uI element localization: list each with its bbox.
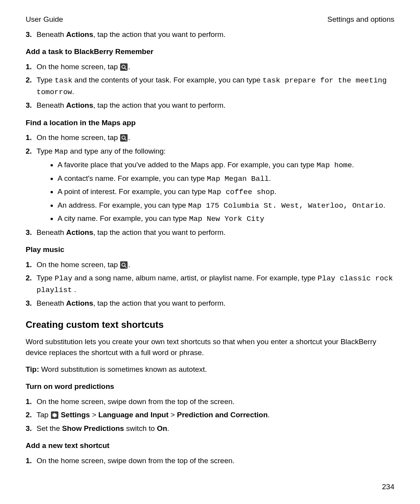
list-item: 3. Beneath Actions, tap the action that … xyxy=(26,29,394,40)
subheading-maps: Find a location in the Maps app xyxy=(26,117,394,129)
item-number: 3. xyxy=(26,29,32,40)
mono-text: Map home xyxy=(317,161,352,170)
mono-text: Map Megan Ball xyxy=(207,175,269,183)
item-number: 2. xyxy=(26,75,32,86)
text: . xyxy=(72,88,74,96)
text: On the home screen, swipe down from the … xyxy=(37,397,234,406)
list-word-predictions: 1. On the home screen, swipe down from t… xyxy=(26,396,394,434)
text: A city name. For example, you can type xyxy=(58,214,189,222)
text: Type xyxy=(37,147,54,155)
bold-text: Actions xyxy=(66,101,93,109)
item-number: 3. xyxy=(26,227,32,238)
page-number: 234 xyxy=(382,481,394,493)
svg-point-4 xyxy=(122,263,125,266)
text: switch to xyxy=(124,424,157,432)
bold-text: Language and Input xyxy=(98,411,169,419)
text: An address. For example, you can type xyxy=(58,201,188,209)
list-fragment-top: 3. Beneath Actions, tap the action that … xyxy=(26,29,394,40)
search-icon xyxy=(120,134,128,142)
tip: Tip: Word substitution is sometimes know… xyxy=(26,364,394,375)
text: , tap the action that you want to perfor… xyxy=(93,228,226,236)
mono-text: Map xyxy=(54,147,68,156)
text: On the home screen, tap xyxy=(37,63,120,71)
text: Beneath xyxy=(37,101,66,109)
list-item: 3. Beneath Actions, tap the action that … xyxy=(26,227,394,238)
list-item: 2. Type Play and a song name, album name… xyxy=(26,273,394,296)
text: . xyxy=(72,285,76,294)
list-item: 3. Beneath Actions, tap the action that … xyxy=(26,298,394,309)
list-item: 1. On the home screen, tap . xyxy=(26,132,394,144)
list-new-shortcut: 1. On the home screen, swipe down from t… xyxy=(26,455,394,467)
item-number: 1. xyxy=(26,132,32,144)
tip-label: Tip: xyxy=(26,365,39,373)
bold-text: On xyxy=(157,424,167,432)
text: Tap xyxy=(37,411,51,419)
svg-line-1 xyxy=(125,68,127,70)
svg-line-3 xyxy=(125,139,127,140)
bold-text: Actions xyxy=(66,299,93,307)
bold-text: Actions xyxy=(66,228,93,236)
list-item: An address. For example, you can type Ma… xyxy=(58,200,394,212)
text: On the home screen, tap xyxy=(37,133,120,142)
text: A favorite place that you've added to th… xyxy=(58,161,317,169)
mono-text: Map coffee shop xyxy=(208,188,275,196)
text: Type xyxy=(37,274,54,282)
bold-text: Show Predictions xyxy=(62,424,124,432)
text: On the home screen, tap xyxy=(37,261,120,269)
list-item: A city name. For example, you can type M… xyxy=(58,213,394,225)
mono-text: task xyxy=(54,76,72,85)
text: A contact's name. For example, you can t… xyxy=(58,174,207,182)
svg-line-5 xyxy=(125,266,127,268)
item-number: 1. xyxy=(26,259,32,271)
page-header: User Guide Settings and options xyxy=(26,14,394,25)
list-item: 2. Tap Settings > Language and Input > P… xyxy=(26,410,394,421)
bold-text: Settings xyxy=(59,411,90,419)
list-item: 3. Beneath Actions, tap the action that … xyxy=(26,100,394,111)
item-number: 2. xyxy=(26,273,32,284)
list-item: 2. Type task and the contents of your ta… xyxy=(26,75,394,98)
text: . xyxy=(269,174,271,182)
list-play-music: 1. On the home screen, tap . 2. Type Pla… xyxy=(26,259,394,309)
item-number: 3. xyxy=(26,298,32,309)
text: Beneath xyxy=(37,228,66,236)
list-add-task: 1. On the home screen, tap . 2. Type tas… xyxy=(26,61,394,111)
subheading-add-task: Add a task to BlackBerry Remember xyxy=(26,46,394,58)
subheading-play-music: Play music xyxy=(26,244,394,256)
list-item: 2. Type Map and type any of the followin… xyxy=(26,146,394,225)
text: . xyxy=(275,187,276,196)
list-item: 1. On the home screen, tap . xyxy=(26,259,394,271)
svg-point-0 xyxy=(122,65,125,68)
item-number: 2. xyxy=(26,146,32,157)
text: . xyxy=(352,161,354,169)
text: Set the xyxy=(37,424,62,432)
text: A point of interest. For example, you ca… xyxy=(58,187,208,196)
header-right: Settings and options xyxy=(327,14,394,25)
list-item: 1. On the home screen, swipe down from t… xyxy=(26,396,394,408)
gear-icon xyxy=(51,411,58,419)
item-number: 3. xyxy=(26,423,32,434)
bullets-maps: A favorite place that you've added to th… xyxy=(37,159,394,225)
item-number: 1. xyxy=(26,61,32,73)
subheading-new-shortcut: Add a new text shortcut xyxy=(26,440,394,452)
search-icon xyxy=(120,261,128,269)
text: and the contents of your task. For examp… xyxy=(72,76,262,84)
text: Beneath xyxy=(37,30,66,38)
item-number: 1. xyxy=(26,396,32,408)
item-number: 3. xyxy=(26,100,32,111)
text: . xyxy=(383,201,385,209)
text: > xyxy=(90,411,98,419)
search-icon xyxy=(120,63,128,71)
item-number: 1. xyxy=(26,455,32,467)
subheading-word-predictions: Turn on word predictions xyxy=(26,381,394,392)
header-left: User Guide xyxy=(26,14,63,25)
mono-text: Map 175 Columbia St. West, Waterloo, Ont… xyxy=(188,201,383,210)
text: . xyxy=(167,424,169,432)
text: Beneath xyxy=(37,299,66,307)
text: , tap the action that you want to perfor… xyxy=(93,30,226,38)
text: , tap the action that you want to perfor… xyxy=(93,101,226,109)
text: On the home screen, swipe down from the … xyxy=(37,457,234,465)
list-maps: 1. On the home screen, tap . 2. Type Map… xyxy=(26,132,394,238)
text: > xyxy=(168,411,177,419)
text: . xyxy=(128,261,130,269)
list-item: A contact's name. For example, you can t… xyxy=(58,173,394,185)
